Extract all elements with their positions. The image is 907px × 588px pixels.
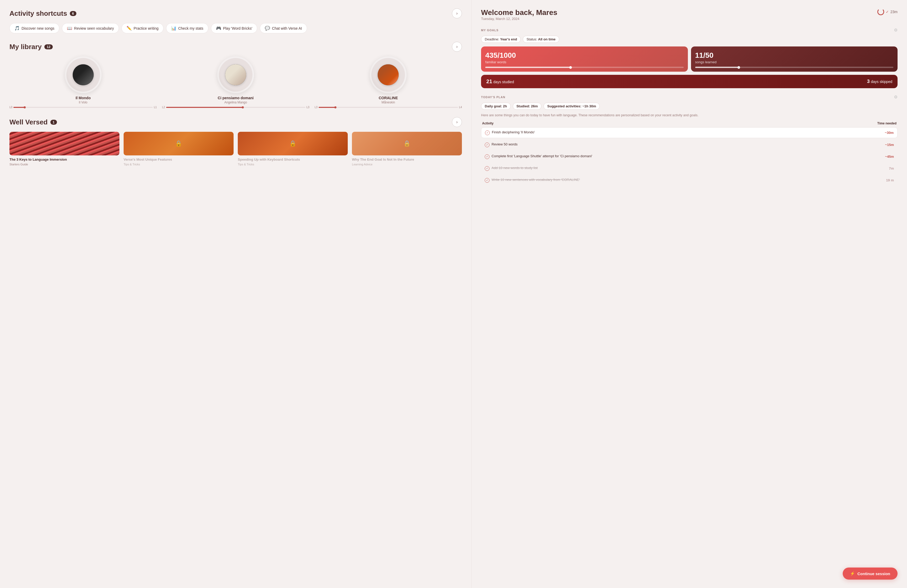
shortcut-icon: 🎮 — [216, 26, 221, 31]
shortcuts-title: Activity shortcuts 6 — [10, 10, 76, 18]
left-panel: Activity shortcuts 6 › 🎵Discover new son… — [0, 0, 472, 588]
activity-row[interactable]: ✓ Write 10 new sentences with vocabulary… — [481, 175, 897, 185]
activity-time: ~15m — [885, 143, 894, 147]
goal1-progress-fill — [485, 67, 570, 68]
library-badge: 12 — [44, 44, 53, 50]
shortcut-pill[interactable]: ✏️Practice writing — [122, 23, 163, 33]
days-studied-label: days studied — [494, 80, 514, 84]
album-artist: Il Volo — [79, 101, 87, 104]
article-sub: Tips & Tricks — [123, 163, 234, 166]
shortcut-pill[interactable]: 📖Review seen vocabulary — [62, 23, 119, 33]
timer-icon — [877, 8, 884, 15]
goal1-progress-track — [485, 67, 683, 68]
album-artist: Måneskin — [381, 101, 395, 104]
plan-daily-label: Daily goal: — [485, 104, 502, 108]
album-disc — [370, 56, 407, 93]
activity-time: ~45m — [885, 155, 894, 159]
status-val: All on time — [538, 37, 555, 41]
library-chevron-button[interactable]: › — [452, 42, 462, 52]
album-name: Ci pensiamo domani — [218, 96, 254, 100]
shortcut-label: Play 'Word Bricks' — [223, 26, 252, 30]
wellversed-section: Well Versed 1 › The 3 Keys to Language I… — [10, 117, 462, 166]
lock-icon: 🔒 — [403, 140, 410, 147]
album-progress-row: L3 L4 — [315, 106, 462, 109]
goals-cards: 435/1000 familiar words 11/50 songs lear… — [481, 46, 897, 72]
check-icon: ✓ — [886, 10, 889, 14]
article-title: Why The End Goal Is Not In the Future — [352, 157, 462, 162]
welcome-header: Welcome back, Mares Tuesday, March 12, 2… — [481, 8, 897, 27]
article-thumb-bg: 🔒 — [352, 132, 462, 155]
activity-row[interactable]: ✓ Review 50 words ~15m — [481, 139, 897, 150]
shortcuts-badge: 6 — [70, 11, 76, 16]
goal1-number: 435/1000 — [485, 51, 683, 59]
plan-studied-val: 26m — [531, 104, 538, 108]
activity-left: ✓ Finish deciphering 'Il Mondo' — [485, 130, 885, 135]
article-title: The 3 Keys to Language Immersion — [10, 157, 119, 162]
activity-name: Finish deciphering 'Il Mondo' — [492, 130, 535, 134]
activity-name: Add 10 new words to study list — [492, 166, 538, 170]
album-card[interactable]: Ci pensiamo domani Angelina Mango L2 L3 — [162, 56, 309, 109]
plan-header: TODAY'S PLAN ⚙ — [481, 95, 897, 99]
activity-row[interactable]: ✓ Finish deciphering 'Il Mondo' ~30m — [481, 127, 897, 138]
shortcut-label: Chat with Verse AI — [272, 26, 302, 30]
shortcut-icon: 📖 — [67, 26, 72, 31]
lock-icon: 🔒 — [289, 140, 296, 147]
album-artist: Angelina Mango — [224, 101, 247, 104]
daily-goal-tag: Daily goal: 2h — [481, 103, 511, 110]
article-title: Speeding Up with Keyboard Shortcuts — [238, 157, 348, 162]
activity-row[interactable]: ✓ Complete first 'Language Shuttle' atte… — [481, 151, 897, 162]
wellversed-chevron-button[interactable]: › — [452, 117, 462, 127]
shortcut-label: Practice writing — [134, 26, 159, 30]
shortcut-pill[interactable]: 💬Chat with Verse AI — [260, 23, 307, 33]
shortcuts-chevron-button[interactable]: › — [452, 8, 462, 18]
activity-left: ✓ Review 50 words — [485, 142, 885, 147]
continue-session-button[interactable]: ⚡ Continue session — [843, 567, 897, 580]
plan-studied-label: Studied: — [516, 104, 530, 108]
deadline-val: Year's end — [500, 37, 517, 41]
album-card[interactable]: Il Mondo Il Volo L0 L1 — [10, 56, 157, 109]
article-card: 🔒 Verse's Most Unique Features Tips & Tr… — [123, 132, 234, 166]
library-header: My library 12 › — [10, 42, 462, 52]
album-progress-track — [13, 107, 153, 108]
shortcut-pill[interactable]: 🎮Play 'Word Bricks' — [211, 23, 258, 33]
goal1-sub: familiar words — [485, 60, 683, 64]
suggested-tag: Suggested activities: ~1h 30m — [543, 103, 600, 110]
shortcut-pill[interactable]: 🎵Discover new songs — [10, 23, 59, 33]
activity-name: Review 50 words — [492, 142, 518, 146]
deadline-tag: Deadline: Year's end — [481, 36, 521, 43]
article-sub: Tips & Tricks — [238, 163, 348, 166]
articles-row: The 3 Keys to Language Immersion Starter… — [10, 132, 462, 166]
familiar-words-card: 435/1000 familiar words — [481, 46, 687, 72]
goal2-progress-fill — [695, 67, 739, 68]
right-panel: Welcome back, Mares Tuesday, March 12, 2… — [472, 0, 907, 588]
article-thumb: 🔒 — [123, 132, 234, 155]
goals-tags: Deadline: Year's end Status: All on time — [481, 36, 897, 43]
plan-table-header: Activity Time needed — [481, 122, 897, 125]
activity-row[interactable]: ✓ Add 10 new words to study list 7m — [481, 163, 897, 173]
article-card[interactable]: The 3 Keys to Language Immersion Starter… — [10, 132, 119, 166]
shortcut-pill[interactable]: 📊Check my stats — [166, 23, 208, 33]
article-thumb: 🔒 — [238, 132, 348, 155]
days-studied: 21 days studied — [486, 79, 514, 85]
activity-time: ~30m — [885, 131, 894, 135]
library-title-text: My library — [10, 43, 42, 51]
shortcuts-title-text: Activity shortcuts — [10, 10, 67, 18]
activity-check-icon: ✓ — [485, 154, 489, 159]
days-skipped-label: days skipped — [871, 80, 892, 84]
days-skipped-number: 3 — [867, 79, 870, 84]
plan-daily-val: 2h — [503, 104, 507, 108]
album-disc — [65, 56, 102, 93]
shortcut-icon: ✏️ — [127, 26, 132, 31]
library-section: My library 12 › Il Mondo Il Volo L0 L1 — [10, 42, 462, 109]
level-start: L2 — [162, 106, 165, 109]
goals-settings-icon[interactable]: ⚙ — [894, 27, 897, 32]
shortcut-label: Review seen vocabulary — [74, 26, 114, 30]
level-end: L3 — [306, 106, 309, 109]
time-col-header: Time needed — [877, 122, 896, 125]
plan-settings-icon[interactable]: ⚙ — [894, 95, 897, 99]
shortcuts-grid: 🎵Discover new songs📖Review seen vocabula… — [10, 23, 462, 33]
album-progress-row: L0 L1 — [10, 106, 157, 109]
album-card[interactable]: CORALINE Måneskin L3 L4 — [315, 56, 462, 109]
album-progress-track — [319, 107, 458, 108]
activities-list: ✓ Finish deciphering 'Il Mondo' ~30m ✓ R… — [481, 127, 897, 185]
